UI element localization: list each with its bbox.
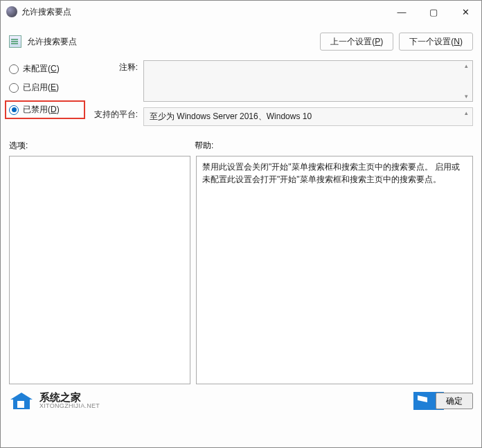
help-pane[interactable]: 禁用此设置会关闭"开始"菜单搜索框和搜索主页中的搜索要点。 启用或未配置此设置会… [196, 156, 473, 384]
paren: ) [57, 105, 60, 114]
close-button[interactable]: ✕ [449, 1, 481, 23]
radio-enabled[interactable]: 已启用(E) [9, 82, 85, 93]
radio-label: 已禁用( [23, 105, 51, 114]
brand-logo-icon [9, 391, 34, 411]
state-radio-group: 未配置(C) 已启用(E) 已禁用(D) [9, 60, 85, 119]
footer-right: 确定 [413, 392, 473, 410]
radio-indicator [9, 64, 19, 74]
lower-labels: 选项: 帮助: [1, 126, 481, 156]
titlebar: 允许搜索要点 — ▢ ✕ [1, 1, 481, 23]
radio-key: C [51, 64, 57, 73]
comment-row: 注释: ▴ ▾ [92, 60, 473, 102]
comment-textarea[interactable]: ▴ ▾ [143, 60, 473, 102]
platform-value: 至少为 Windows Server 2016、Windows 10 [150, 111, 312, 121]
scroll-up-icon: ▴ [465, 109, 470, 116]
radio-key: D [51, 105, 57, 114]
app-icon [6, 6, 17, 17]
radio-not-configured[interactable]: 未配置(C) [9, 63, 85, 75]
footer: 系统之家 XITONGZHIJIA.NET 确定 [1, 384, 481, 415]
policy-title: 允许搜索要点 [27, 36, 314, 48]
brand-en: XITONGZHIJIA.NET [39, 403, 100, 410]
previous-setting-button[interactable]: 上一个设置(P) [320, 33, 393, 51]
platform-row: 支持的平台: 至少为 Windows Server 2016、Windows 1… [92, 107, 473, 126]
paren: ) [460, 37, 463, 46]
prev-label: 上一个设置( [330, 37, 375, 46]
header-row: 允许搜索要点 上一个设置(P) 下一个设置(N) [1, 23, 481, 55]
comment-label: 注释: [92, 60, 138, 73]
brand-text: 系统之家 XITONGZHIJIA.NET [39, 392, 100, 410]
next-label: 下一个设置( [409, 37, 454, 46]
svg-rect-1 [17, 401, 24, 408]
window-controls: — ▢ ✕ [386, 1, 481, 23]
paren: ) [56, 82, 59, 92]
radio-disabled[interactable]: 已禁用(D) [9, 104, 60, 116]
minimize-button[interactable]: — [386, 1, 418, 23]
platform-label: 支持的平台: [92, 107, 138, 120]
maximize-button[interactable]: ▢ [418, 1, 449, 23]
radio-label: 已启用( [23, 82, 51, 92]
highlight-annotation: 已禁用(D) [5, 100, 85, 119]
radio-indicator [9, 105, 19, 115]
paren: ) [57, 64, 60, 73]
ok-button[interactable]: 确定 [436, 393, 473, 409]
scroll-up-icon: ▴ [465, 62, 470, 69]
next-key: N [454, 37, 460, 46]
radio-column: 未配置(C) 已启用(E) 已禁用(D) [9, 60, 85, 126]
help-text: 禁用此设置会关闭"开始"菜单搜索框和搜索主页中的搜索要点。 启用或未配置此设置会… [202, 162, 460, 184]
help-label: 帮助: [195, 140, 213, 152]
options-pane[interactable] [9, 156, 190, 384]
window-title: 允许搜索要点 [21, 6, 386, 18]
scroll-down-icon: ▾ [465, 93, 470, 100]
radio-indicator [9, 83, 19, 93]
paren: ) [380, 37, 383, 46]
panes: 禁用此设置会关闭"开始"菜单搜索框和搜索主页中的搜索要点。 启用或未配置此设置会… [1, 156, 481, 384]
mid-section: 未配置(C) 已启用(E) 已禁用(D) 注释: ▴ ▾ 支持的平台: [1, 55, 481, 126]
radio-label: 未配置( [23, 64, 51, 73]
next-setting-button[interactable]: 下一个设置(N) [399, 33, 473, 51]
fields-column: 注释: ▴ ▾ 支持的平台: 至少为 Windows Server 2016、W… [92, 60, 473, 126]
options-label: 选项: [9, 140, 195, 152]
platform-text: 至少为 Windows Server 2016、Windows 10 ▴ [143, 107, 473, 126]
brand-cn: 系统之家 [39, 392, 100, 404]
brand: 系统之家 XITONGZHIJIA.NET [9, 391, 100, 411]
policy-icon [9, 35, 21, 48]
radio-key: E [51, 82, 56, 92]
